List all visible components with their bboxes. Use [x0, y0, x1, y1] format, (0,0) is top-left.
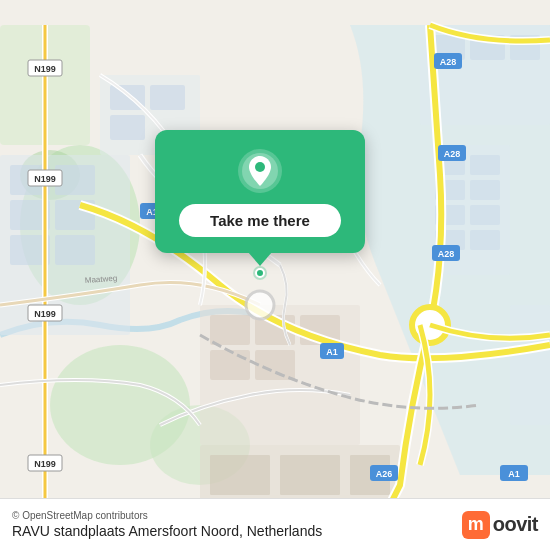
moovit-m-letter: m	[462, 511, 490, 539]
svg-rect-30	[510, 305, 550, 425]
svg-rect-25	[470, 180, 500, 200]
svg-rect-39	[280, 455, 340, 495]
take-me-there-button[interactable]: Take me there	[179, 204, 341, 237]
svg-rect-36	[255, 350, 295, 380]
svg-point-65	[246, 291, 274, 319]
popup-card: Take me there	[155, 130, 365, 253]
svg-rect-23	[470, 155, 500, 175]
svg-text:A28: A28	[438, 249, 455, 259]
svg-point-68	[255, 162, 265, 172]
svg-text:A26: A26	[376, 469, 393, 479]
svg-text:A1: A1	[508, 469, 520, 479]
svg-text:N199: N199	[34, 459, 56, 469]
moovit-text: oovit	[493, 513, 538, 536]
svg-rect-32	[210, 315, 250, 345]
location-name: RAVU standplaats Amersfoort Noord, Nethe…	[12, 523, 322, 539]
map-pin-dot	[255, 268, 265, 278]
svg-rect-15	[150, 85, 185, 110]
popup-tail	[248, 252, 272, 266]
osm-attribution: © OpenStreetMap contributors	[12, 510, 322, 521]
svg-text:N199: N199	[34, 64, 56, 74]
svg-rect-27	[470, 205, 500, 225]
map-container: N199 N199 N199 N199 A1 A1 A28 A28 A28 A2…	[0, 0, 550, 550]
location-pin-icon	[237, 148, 283, 194]
moovit-logo: m oovit	[462, 511, 538, 539]
svg-text:N199: N199	[34, 309, 56, 319]
svg-text:A1: A1	[326, 347, 338, 357]
svg-rect-29	[470, 230, 500, 250]
svg-rect-16	[110, 115, 145, 140]
svg-rect-12	[55, 235, 95, 265]
svg-rect-35	[210, 350, 250, 380]
svg-text:A28: A28	[440, 57, 457, 67]
svg-text:N199: N199	[34, 174, 56, 184]
info-bar: © OpenStreetMap contributors RAVU standp…	[0, 498, 550, 550]
svg-text:A28: A28	[444, 149, 461, 159]
navigation-popup: Take me there	[155, 130, 365, 278]
location-info: © OpenStreetMap contributors RAVU standp…	[12, 510, 322, 539]
svg-rect-38	[210, 455, 270, 495]
